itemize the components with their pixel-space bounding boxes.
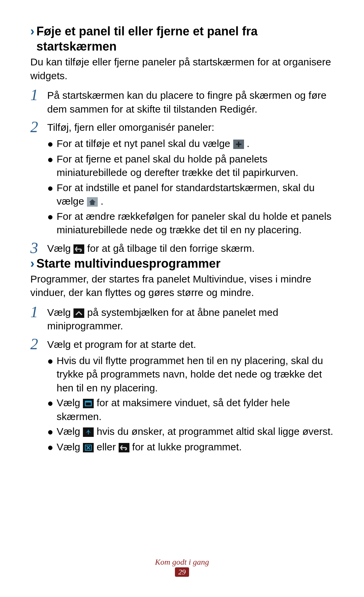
bullet-text: eller (97, 441, 119, 452)
section-intro-2: Programmer, der startes fra panelet Mult… (30, 272, 337, 300)
bullet-text: hvis du ønsker, at programmet altid skal… (97, 426, 333, 437)
step-number: 1 (30, 304, 47, 320)
chevron-right-icon: › (30, 256, 34, 271)
bullet-text: Vælg (57, 397, 83, 408)
bullet-text: Hvis du vil flytte programmet hen til en… (57, 354, 337, 395)
page-number: 29 (175, 567, 189, 577)
bullet-dot-icon: ● (47, 153, 57, 180)
list-item: ● Vælg for at maksimere vinduet, så det … (47, 396, 337, 423)
bullet-text: Vælg (57, 441, 83, 452)
step-3: 3 Vælg for at gå tilbage til den forrige… (30, 242, 337, 256)
step-text: Vælg et program for at starte det. (47, 338, 337, 352)
step-text: Vælg (47, 243, 73, 254)
step-text: Tilføj, fjern eller omorganisér paneler: (47, 121, 337, 135)
step-number: 2 (30, 336, 47, 352)
step-text: for at gå tilbage til den forrige skærm. (87, 243, 255, 254)
step-number: 3 (30, 240, 47, 256)
svg-rect-2 (236, 144, 241, 145)
step-number: 2 (30, 119, 47, 135)
svg-rect-6 (73, 308, 84, 318)
bullet-dot-icon: ● (47, 210, 57, 237)
heading-text: Starte multivinduesprogrammer (36, 256, 220, 271)
bullet-text: For at fjerne et panel skal du holde på … (57, 152, 337, 180)
bullet-dot-icon: ● (47, 396, 57, 423)
bullet-text: Vælg (57, 426, 83, 437)
bullet-text: for at lukke programmet. (132, 441, 242, 452)
list-item: ● For at fjerne et panel skal du holde p… (47, 152, 337, 180)
footer-section-label: Kom godt i gang (0, 558, 364, 567)
bullet-dot-icon: ● (47, 441, 57, 454)
bullet-dot-icon: ● (47, 354, 57, 395)
bullet-dot-icon: ● (47, 425, 57, 439)
svg-rect-9 (85, 401, 91, 402)
pin-icon (83, 427, 94, 436)
step-number: 1 (30, 87, 47, 103)
svg-rect-12 (88, 432, 89, 435)
section-heading-1: › Føje et panel til eller fjerne et pane… (30, 24, 337, 54)
step-2: 2 Tilføj, fjern eller omorganisér panele… (30, 121, 337, 135)
bullet-dot-icon: ● (47, 181, 57, 208)
step-1b: 1 Vælg på systembjælken for at åbne pane… (30, 306, 337, 333)
chevron-right-icon: › (30, 24, 34, 39)
maximize-icon (83, 398, 94, 408)
heading-text: Føje et panel til eller fjerne et panel … (36, 24, 337, 54)
back-icon (73, 244, 84, 253)
list-item: ● For at tilføje et nyt panel skal du væ… (47, 137, 337, 151)
bullet-list: ● For at tilføje et nyt panel skal du væ… (30, 137, 337, 237)
section-heading-2: › Starte multivinduesprogrammer (30, 256, 337, 271)
chevron-up-icon (73, 308, 84, 317)
bullet-text: . (247, 138, 249, 149)
step-text: Vælg (47, 307, 73, 318)
step-text: På startskærmen kan du placere to fingre… (47, 89, 337, 116)
section-intro-1: Du kan tilføje eller fjerne paneler på s… (30, 55, 337, 83)
bullet-text: . (100, 196, 103, 207)
bullet-text: For at ændre rækkefølgen for paneler ska… (57, 210, 337, 237)
bullet-list: ● Hvis du vil flytte programmet hen til … (30, 354, 337, 454)
home-icon (87, 197, 98, 206)
back-icon (119, 442, 129, 452)
list-item: ● For at indstille et panel for standard… (47, 181, 337, 208)
bullet-dot-icon: ● (47, 137, 57, 151)
list-item: ● Vælg hvis du ønsker, at programmet alt… (47, 425, 337, 439)
step-2b: 2 Vælg et program for at starte det. (30, 338, 337, 352)
document-page: › Føje et panel til eller fjerne et pane… (0, 0, 364, 597)
list-item: ● Hvis du vil flytte programmet hen til … (47, 354, 337, 395)
list-item: ● Vælg eller for at lukke programmet. (47, 440, 337, 454)
svg-rect-7 (83, 399, 94, 408)
step-1: 1 På startskærmen kan du placere to fing… (30, 89, 337, 116)
list-item: ● For at ændre rækkefølgen for paneler s… (47, 210, 337, 237)
page-footer: Kom godt i gang 29 (0, 558, 364, 577)
plus-icon (233, 139, 244, 148)
bullet-text: For at tilføje et nyt panel skal du vælg… (57, 138, 233, 149)
close-x-icon (83, 442, 94, 452)
